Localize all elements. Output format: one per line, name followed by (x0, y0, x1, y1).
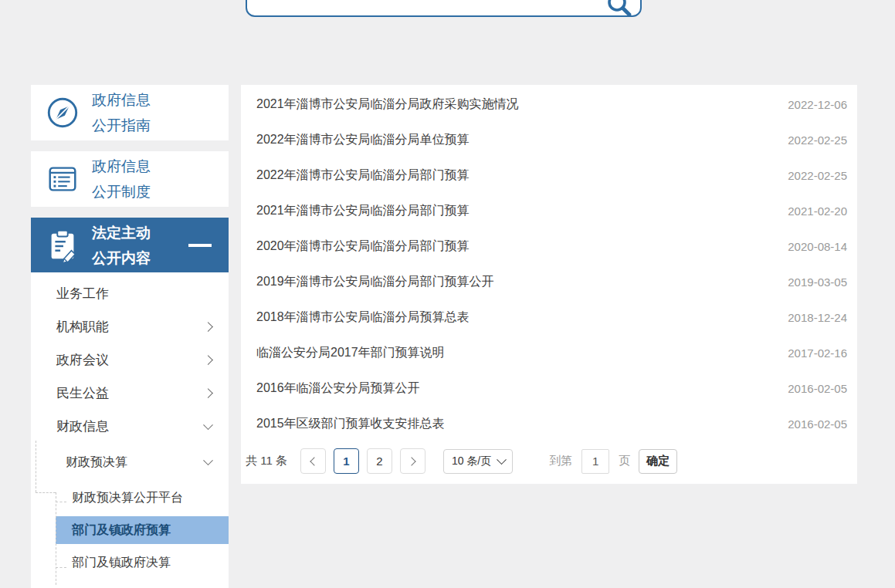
sidebar-item-business-work[interactable]: 业务工作 (31, 277, 229, 310)
menu-label: 业务工作 (56, 286, 109, 301)
article-title[interactable]: 2021年淄博市公安局临淄分局部门预算 (256, 203, 470, 219)
prev-page-button[interactable] (300, 448, 326, 474)
page-size-value: 10 条/页 (452, 455, 491, 468)
clipboard-pencil-icon (45, 228, 80, 263)
sidebar-item-org-functions[interactable]: 机构职能 (31, 310, 229, 343)
menu-label: 民生公益 (56, 386, 109, 400)
sidebar-card-guide[interactable]: 政府信息 公开指南 (31, 85, 229, 140)
list-item[interactable]: 2015年区级部门预算收支安排总表 2016-02-05 (241, 406, 857, 441)
article-date: 2016-02-05 (788, 417, 847, 431)
sidebar-item-budget-platform[interactable]: 财政预决算公开平台 (31, 482, 229, 514)
sidebar-card-label: 政府信息 公开制度 (92, 154, 151, 204)
sidebar-card-system[interactable]: 政府信息 公开制度 (31, 151, 229, 207)
confirm-button[interactable]: 确定 (639, 449, 677, 474)
list-item[interactable]: 临淄公安分局2017年部门预算说明 2017-02-16 (241, 335, 857, 370)
article-date: 2022-02-25 (788, 133, 847, 147)
article-date: 2019-03-05 (788, 275, 847, 289)
content-panel: 2021年淄博市公安局临淄分局政府采购实施情况 2022-12-06 2022年… (241, 85, 857, 484)
pagination-total: 共 11 条 (246, 454, 287, 468)
article-title[interactable]: 2022年淄博市公安局临淄分局单位预算 (256, 132, 470, 148)
article-title[interactable]: 2016年临淄公安分局预算公开 (256, 380, 420, 397)
goto-page-input[interactable] (581, 449, 609, 474)
list-item[interactable]: 2018年淄博市公安局临淄分局预算总表 2018-12-24 (241, 299, 857, 335)
article-date: 2022-12-06 (788, 98, 847, 111)
article-title[interactable]: 2021年淄博市公安局临淄分局政府采购实施情况 (256, 96, 519, 113)
list-item[interactable]: 2022年淄博市公安局临淄分局单位预算 2022-02-25 (241, 122, 857, 157)
list-item[interactable]: 2021年淄博市公安局临淄分局政府采购实施情况 2022-12-06 (241, 86, 857, 122)
chevron-left-icon (310, 457, 318, 465)
goto-prefix-label: 到第 (549, 454, 572, 468)
collapse-minus-icon[interactable] (188, 244, 212, 247)
article-title[interactable]: 2020年淄博市公安局临淄分局部门预算 (256, 238, 470, 255)
article-title[interactable]: 2019年淄博市公安局临淄分局部门预算公开 (256, 274, 494, 290)
article-date: 2021-02-20 (788, 204, 847, 218)
chevron-down-icon (497, 455, 507, 465)
leaf-label: 财政预决算公开平台 (72, 491, 183, 504)
article-list: 2021年淄博市公安局临淄分局政府采购实施情况 2022-12-06 2022年… (241, 85, 857, 441)
menu-label: 机构职能 (56, 319, 109, 334)
ledger-icon (45, 161, 80, 197)
article-title[interactable]: 2015年区级部门预算收支安排总表 (256, 416, 445, 432)
article-date: 2020-08-14 (788, 240, 847, 253)
sidebar-item-fiscal-info[interactable]: 财政信息 (31, 410, 229, 443)
article-date: 2016-02-05 (788, 382, 847, 395)
sidebar-item-livelihood[interactable]: 民生公益 (31, 377, 229, 410)
sidebar-menu: 业务工作 机构职能 政府会议 民生公益 财政信息 财政预决算 财政预决算公开平台… (31, 272, 229, 588)
search-icon[interactable] (606, 0, 632, 21)
article-title[interactable]: 临淄公安分局2017年部门预算说明 (256, 345, 445, 361)
sidebar-item-gov-meetings[interactable]: 政府会议 (31, 343, 229, 377)
submenu-label: 财政预决算 (66, 455, 127, 468)
article-date: 2018-12-24 (788, 311, 847, 324)
chevron-right-icon (203, 388, 213, 398)
list-item[interactable]: 2022年淄博市公安局临淄分局部门预算 2022-02-25 (241, 157, 857, 193)
goto-page-group: 到第 页 确定 (549, 449, 677, 474)
page-button-1[interactable]: 1 (334, 448, 359, 474)
article-date: 2022-02-25 (788, 169, 847, 182)
sidebar-item-dept-town-final[interactable]: 部门及镇政府决算 (31, 546, 229, 579)
search-box[interactable] (246, 0, 642, 17)
menu-label: 财政信息 (56, 419, 109, 434)
menu-label: 政府会议 (56, 353, 109, 367)
compass-icon (45, 95, 80, 130)
article-title[interactable]: 2022年淄博市公安局临淄分局部门预算 (256, 167, 470, 184)
list-item[interactable]: 2021年淄博市公安局临淄分局部门预算 2021-02-20 (241, 193, 857, 228)
list-item[interactable]: 2019年淄博市公安局临淄分局部门预算公开 2019-03-05 (241, 264, 857, 299)
sidebar-card-label: 法定主动 公开内容 (92, 220, 151, 271)
chevron-down-icon (203, 420, 213, 430)
article-title[interactable]: 2018年淄博市公安局临淄分局预算总表 (256, 309, 470, 326)
goto-suffix-label: 页 (619, 454, 630, 468)
sidebar-card-legal-disclosure[interactable]: 法定主动 公开内容 (31, 218, 229, 272)
chevron-right-icon (203, 322, 213, 332)
leaf-label: 部门及镇政府预算 (72, 523, 171, 536)
list-item[interactable]: 2020年淄博市公安局临淄分局部门预算 2020-08-14 (241, 228, 857, 264)
sidebar-item-dept-town-budget[interactable]: 部门及镇政府预算 (56, 516, 229, 544)
article-date: 2017-02-16 (788, 346, 847, 360)
page-size-select[interactable]: 10 条/页 (443, 449, 513, 474)
chevron-right-icon (407, 457, 415, 465)
chevron-down-icon (203, 455, 213, 465)
sidebar-item-fiscal-budget-final[interactable]: 财政预决算 (31, 443, 229, 482)
pagination-bar: 共 11 条 1 2 10 条/页 到第 页 确定 (241, 448, 857, 474)
page-button-2[interactable]: 2 (367, 448, 392, 474)
leaf-label: 部门及镇政府决算 (72, 556, 171, 569)
list-item[interactable]: 2016年临淄公安分局预算公开 2016-02-05 (241, 370, 857, 406)
sidebar: 政府信息 公开指南 政府信息 公开制度 (31, 85, 229, 588)
next-page-button[interactable] (400, 448, 425, 474)
search-input[interactable] (258, 0, 598, 16)
sidebar-card-label: 政府信息 公开指南 (92, 87, 151, 138)
chevron-right-icon (203, 355, 213, 365)
